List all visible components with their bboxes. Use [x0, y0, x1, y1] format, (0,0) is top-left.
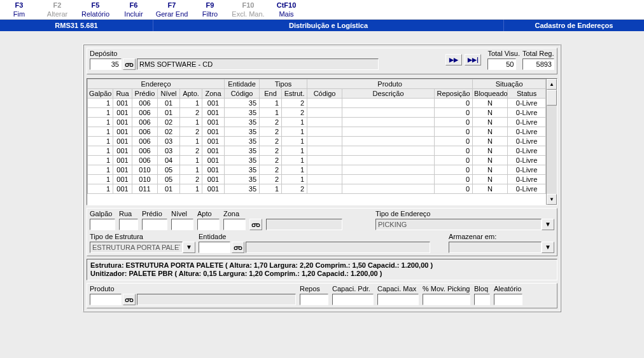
fkey-label: Relatório [76, 10, 115, 18]
table-row[interactable]: 1 001 010 05 2 001 35 2 1 0 N 0-Livre [88, 175, 547, 184]
col-header-status[interactable]: Status [508, 89, 546, 99]
tipo-end-dropdown-button[interactable]: ▼ [542, 219, 554, 230]
scroll-down-button[interactable]: ▼ [547, 194, 557, 205]
col-header-nivel[interactable]: Nível [158, 89, 180, 99]
armazenar-dropdown-button[interactable]: ▼ [542, 242, 554, 253]
svg-point-1 [130, 64, 133, 67]
bloq-label: Bloq [474, 285, 490, 293]
function-key-bar: F3FimF2AlterarF5RelatórioF6IncluirF7Gera… [0, 0, 644, 20]
nivel-input[interactable] [171, 219, 193, 230]
col-header-bloqueado[interactable]: Bloqueado [473, 89, 508, 99]
col-header-zona[interactable]: Zona [202, 89, 225, 99]
fkey-label: Filtro [191, 10, 229, 18]
group-situacao: Situação [473, 79, 546, 89]
table-row[interactable]: 1 001 006 02 2 001 35 2 1 0 N 0-Livre [88, 127, 547, 137]
aleat-input[interactable] [494, 294, 522, 305]
filter-search-button[interactable] [249, 219, 262, 230]
predio-input[interactable] [142, 219, 167, 230]
apto-input[interactable] [197, 219, 220, 230]
produto-search-button[interactable] [123, 294, 136, 305]
col-header-codigo[interactable]: Código [225, 89, 260, 99]
produto-label: Produto [90, 285, 296, 293]
fkey-code: F2 [38, 1, 76, 9]
svg-point-2 [252, 224, 255, 227]
fkey-ctf10[interactable]: CtF10Mais [267, 1, 305, 18]
deposito-name-display [137, 59, 379, 70]
mov-input[interactable] [423, 294, 470, 305]
deposito-code-input[interactable] [90, 59, 122, 70]
table-row[interactable]: 1 001 006 03 2 001 35 2 1 0 N 0-Livre [88, 146, 547, 156]
armazenar-select[interactable] [449, 242, 542, 253]
deposito-label: Depósito [90, 50, 379, 57]
nav-next-button[interactable]: ▶▶ [445, 54, 462, 65]
table-row[interactable]: 1 001 006 04 1 001 35 2 1 0 N 0-Livre [88, 156, 547, 165]
table-row[interactable]: 1 001 011 01 1 001 35 1 2 0 N 0-Livre [88, 184, 547, 194]
apto-label: Apto [197, 210, 220, 217]
galpao-label: Galpão [90, 210, 115, 217]
entidade-code-input[interactable] [199, 242, 230, 253]
bloq-input[interactable] [474, 294, 490, 305]
scroll-thumb[interactable] [547, 90, 557, 106]
col-header-predio[interactable]: Prédio [132, 89, 158, 99]
zona-label: Zona [223, 210, 246, 217]
deposito-search-button[interactable] [123, 59, 136, 70]
fkey-code: F10 [229, 1, 267, 9]
total-reg-label: Total Reg. [522, 50, 554, 57]
entidade-name-display [246, 242, 430, 253]
fkey-f9[interactable]: F9Filtro [191, 1, 229, 18]
svg-point-5 [239, 247, 242, 250]
svg-point-3 [256, 224, 260, 227]
grid-scrollbar[interactable]: ▲ ▼ [546, 79, 557, 205]
tipo-estr-label: Tipo de Estrutura [90, 233, 195, 240]
col-header-descricao[interactable]: Descrição [342, 89, 435, 99]
table-row[interactable]: 1 001 006 03 1 001 35 2 1 0 N 0-Livre [88, 137, 547, 146]
table-row[interactable]: 1 001 010 05 1 001 35 2 1 0 N 0-Livre [88, 165, 547, 175]
fkey-f10: F10Excl. Man. [229, 1, 267, 18]
scroll-up-button[interactable]: ▲ [547, 79, 557, 90]
col-header-estrut[interactable]: Estrut. [282, 89, 307, 99]
col-header-pcodigo[interactable]: Código [307, 89, 342, 99]
nav-last-button[interactable]: ▶▶| [465, 54, 481, 65]
cap-pdr-input[interactable] [332, 294, 374, 305]
fkey-code: F7 [153, 1, 191, 9]
rua-input[interactable] [119, 219, 138, 230]
fkey-f6[interactable]: F6Incluir [115, 1, 153, 18]
fkey-f3[interactable]: F3Fim [0, 1, 38, 18]
fkey-code: F3 [0, 1, 38, 9]
nivel-label: Nível [171, 210, 193, 217]
col-header-reposicao[interactable]: Reposição [435, 89, 473, 99]
title-bar: RMS31 5.681 Distribuição e Logística Cad… [0, 20, 644, 31]
fkey-label: Incluir [115, 10, 153, 18]
col-header-rua[interactable]: Rua [113, 89, 132, 99]
entidade-search-button[interactable] [232, 242, 244, 253]
galpao-input[interactable] [90, 219, 115, 230]
address-grid[interactable]: Endereço Entidade Tipos Produto Situação… [87, 78, 557, 205]
svg-point-7 [130, 299, 133, 302]
produto-name-display [137, 294, 296, 305]
app-version: RMS31 5.681 [0, 20, 153, 31]
tipo-end-select[interactable] [375, 219, 542, 230]
rua-label: Rua [119, 210, 138, 217]
fkey-label: Alterar [38, 10, 76, 18]
col-header-apto[interactable]: Apto. [180, 89, 202, 99]
screen-title: Cadastro de Endereços [504, 20, 644, 31]
tipo-estr-dropdown-button[interactable]: ▼ [183, 242, 195, 253]
cap-pdr-label: Capaci. Pdr. [332, 285, 374, 293]
mov-label: % Mov. Picking [423, 285, 470, 293]
fkey-label: Mais [267, 10, 305, 18]
module-title: Distribuição e Logística [153, 20, 504, 31]
repos-input[interactable] [300, 294, 328, 305]
fkey-f5[interactable]: F5Relatório [76, 1, 115, 18]
col-header-end[interactable]: End [260, 89, 282, 99]
table-row[interactable]: 1 001 006 02 1 001 35 2 1 0 N 0-Livre [88, 118, 547, 127]
tipo-estr-select[interactable] [90, 242, 183, 253]
col-header-galpao[interactable]: Galpão [88, 89, 113, 99]
group-tipos: Tipos [260, 79, 307, 89]
table-row[interactable]: 1 001 006 01 1 001 35 1 2 0 N 0-Livre [88, 99, 547, 108]
fkey-f7[interactable]: F7Gerar End [153, 1, 191, 18]
info-line-2: Unitizador: PALETE PBR ( Altura: 0,15 La… [90, 270, 554, 278]
cap-max-input[interactable] [377, 294, 419, 305]
produto-code-input[interactable] [90, 294, 122, 305]
table-row[interactable]: 1 001 006 01 2 001 35 1 2 0 N 0-Livre [88, 108, 547, 118]
zona-input[interactable] [223, 219, 246, 230]
